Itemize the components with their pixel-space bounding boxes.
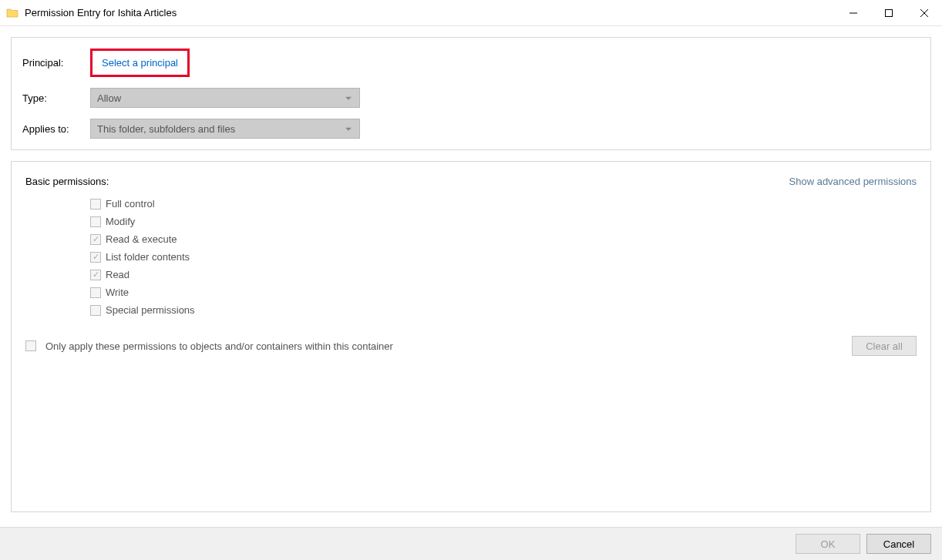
maximize-button[interactable] — [871, 0, 907, 25]
perm-label: Read — [106, 269, 130, 280]
principal-label: Principal: — [22, 57, 90, 69]
ok-button[interactable]: OK — [796, 534, 860, 554]
perm-full-control[interactable]: Full control — [90, 198, 917, 210]
principal-row: Principal: Select a principal — [22, 49, 920, 77]
checkbox[interactable] — [90, 305, 101, 316]
svg-rect-1 — [886, 9, 893, 16]
apply-only-label: Only apply these permissions to objects … — [45, 340, 393, 352]
applies-dropdown[interactable]: This folder, subfolders and files — [90, 119, 360, 139]
applies-label: Applies to: — [22, 123, 90, 135]
cancel-button[interactable]: Cancel — [866, 534, 931, 554]
perm-label: Write — [106, 287, 129, 298]
apply-only-check[interactable]: Only apply these permissions to objects … — [25, 340, 393, 352]
folder-icon — [6, 7, 19, 19]
clear-all-button[interactable]: Clear all — [852, 336, 917, 356]
apply-row: Only apply these permissions to objects … — [25, 336, 917, 356]
title-bar: Permission Entry for Ishita Articles — [0, 0, 942, 26]
perm-read[interactable]: Read — [90, 269, 917, 280]
content-area: Principal: Select a principal Type: Allo… — [0, 26, 942, 527]
perm-label: Read & execute — [106, 233, 177, 245]
perm-list-folder[interactable]: List folder contents — [90, 251, 917, 263]
perm-label: Modify — [106, 216, 135, 227]
checkbox[interactable] — [90, 234, 101, 245]
perm-label: List folder contents — [106, 251, 190, 263]
applies-value: This folder, subfolders and files — [97, 123, 235, 135]
checkbox[interactable] — [90, 287, 101, 298]
perm-modify[interactable]: Modify — [90, 216, 917, 227]
checkbox[interactable] — [90, 252, 101, 263]
type-value: Allow — [97, 92, 121, 104]
type-dropdown[interactable]: Allow — [90, 88, 360, 108]
perm-label: Full control — [106, 198, 155, 210]
checkbox[interactable] — [90, 199, 101, 210]
checkbox[interactable] — [25, 340, 36, 351]
permissions-group: Basic permissions: Show advanced permiss… — [11, 161, 931, 512]
show-advanced-link[interactable]: Show advanced permissions — [789, 176, 917, 187]
permissions-header: Basic permissions: Show advanced permiss… — [25, 176, 917, 187]
type-row: Type: Allow — [22, 88, 920, 108]
applies-row: Applies to: This folder, subfolders and … — [22, 119, 920, 139]
checkbox[interactable] — [90, 270, 101, 280]
minimize-button[interactable] — [836, 0, 871, 25]
window-controls — [836, 0, 942, 25]
perm-write[interactable]: Write — [90, 287, 917, 298]
perm-special[interactable]: Special permissions — [90, 304, 917, 316]
type-label: Type: — [22, 92, 90, 104]
permissions-title: Basic permissions: — [25, 176, 109, 187]
perm-read-execute[interactable]: Read & execute — [90, 233, 917, 245]
select-principal-link[interactable]: Select a principal — [94, 52, 186, 73]
perm-label: Special permissions — [106, 304, 195, 316]
highlight-box: Select a principal — [90, 49, 190, 77]
permissions-list: Full control Modify Read & execute List … — [90, 198, 917, 316]
window-title: Permission Entry for Ishita Articles — [25, 7, 177, 18]
checkbox[interactable] — [90, 216, 101, 227]
close-button[interactable] — [907, 0, 942, 25]
principal-group: Principal: Select a principal Type: Allo… — [11, 37, 931, 150]
dialog-footer: OK Cancel — [0, 527, 942, 560]
